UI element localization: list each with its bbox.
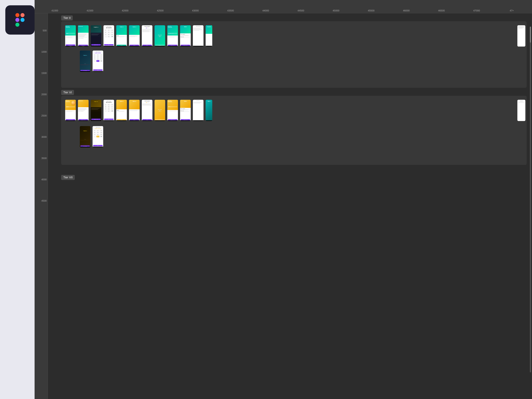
tier6-screen-1[interactable]: Kapta Tiers 10,234.22 TIER VI Upgrade to… <box>65 100 76 121</box>
tier6-screen-3[interactable]: TIER VI Upgrade to Tier VI <box>91 100 101 121</box>
tier6-screen-4[interactable]: Select Amount 20 KASTA 1 2 3 4 5 6 7 8 9… <box>103 100 114 121</box>
tier6-label: Tier VI <box>61 90 74 95</box>
tier2-screen-3[interactable]: TIER II Upgrade to Tier II <box>91 25 101 47</box>
ruler-mark-42500: 42500 <box>143 9 178 12</box>
ruler-mark-41500: 41500 <box>72 9 108 12</box>
ruler-mark-43500: 43500 <box>213 9 248 12</box>
tier6-screen-keypad8000[interactable]: Select Amount 8,000 KASTA 1 2 3 4 5 6 7 … <box>93 126 103 147</box>
figma-logo-area <box>5 5 35 35</box>
ruler-mark-47000: 47000 <box>459 9 494 12</box>
ruler-mark-v-2500: 2500 <box>41 114 47 117</box>
tier6-row2: TIER II Tier VI Go to Package Select Amo… <box>80 126 103 147</box>
ruler-mark-46000: 46000 <box>389 9 424 12</box>
ruler-mark-41000: 41000 <box>37 9 72 12</box>
ruler-mark-v-3500: 3500 <box>41 157 47 160</box>
tier2-screen-5[interactable]: TIER II Upgrade Upgrade <box>116 25 127 47</box>
svg-point-4 <box>20 18 25 22</box>
tier2-screen-2[interactable]: Requirements What is requirement? Upgrad… <box>78 25 89 47</box>
tier2-screen-12[interactable]: 9 KASTA <box>206 25 212 47</box>
canvas-content: Tier II Kapta Tiers 10,234.22 TIER I <box>48 13 532 399</box>
tier2-screen-4[interactable]: Select Amount 20 KASTA 1 2 3 4 5 6 7 8 9 <box>103 25 114 47</box>
ruler-mark-v-1000: 1000 <box>41 51 47 53</box>
tier6-screen-5[interactable]: TIER VI Upgrade Upgrade <box>116 100 127 121</box>
ruler-mark-45000: 45000 <box>318 9 354 12</box>
ruler-mark-47plus: 47+ <box>494 9 529 12</box>
tier2-label: Tier II <box>61 15 73 20</box>
tier6-screen-9[interactable]: Kapta Tiers 10,234.22 TIER VI Upgrade to… <box>167 100 178 121</box>
tier2-row2: TIER II Tier II Go to Package Select Amo… <box>80 51 103 72</box>
tier6-screen-2[interactable]: Requirements What is requirement? Upgrad… <box>78 100 89 121</box>
ruler-mark-46500: 46500 <box>424 9 459 12</box>
tier6-screen-11[interactable]: Select Amount <box>193 100 203 121</box>
svg-rect-2 <box>15 18 19 22</box>
tier2-screen-7[interactable]: Confirm upgrade <box>142 25 152 47</box>
tier2-screen-9[interactable]: Kapta Tiers 10,234.22 Tier Plan: Tier II… <box>167 25 178 47</box>
svg-rect-1 <box>20 13 25 17</box>
tier6-screen-dark[interactable]: TIER II Tier VI Go to Package <box>80 126 90 147</box>
tier6-row1: Kapta Tiers 10,234.22 TIER VI Upgrade to… <box>65 100 212 121</box>
ruler-mark-44500: 44500 <box>283 9 318 12</box>
tier6-screen-6[interactable]: TIER VI Upgrade <box>129 100 140 121</box>
ruler-mark-v-500: 500 <box>43 29 47 32</box>
figma-logo-icon <box>12 12 28 28</box>
vertical-scrollbar[interactable] <box>530 27 531 372</box>
ruler-mark-v-1500: 1500 <box>41 72 47 75</box>
ruler-mark-v-3000: 3000 <box>41 136 47 139</box>
tier2-screen-right-1[interactable] <box>517 25 525 47</box>
ruler-mark-44000: 44000 <box>248 9 283 12</box>
ruler-mark-43000: 43000 <box>178 9 213 12</box>
tier6-screen-12[interactable]: TIER II <box>206 100 212 121</box>
ruler-mark-v-2000: 2000 <box>41 93 47 96</box>
tier2-screen-11[interactable]: Select Amount <box>193 25 203 47</box>
tier2-screen-keypad8000[interactable]: Select Amount 8,000 KASTA 1 2 3 4 5 6 7 … <box>93 51 103 72</box>
tier6-frame: Tier VI Kapta Tiers 10,234.22 TIER VI <box>61 96 527 165</box>
tier2-screen-10[interactable]: TIER II What is upgrade? What is also...… <box>180 25 191 47</box>
tier6-screen-right-1[interactable]: 20 KASTA <box>517 100 525 121</box>
ruler-top: 41000 41500 42000 42500 43000 43500 4400… <box>35 0 532 13</box>
ruler-mark-45500: 45500 <box>354 9 389 12</box>
scrollbar-thumb[interactable] <box>530 27 531 43</box>
tier2-screen-6[interactable]: TIER II Upgrade <box>129 25 140 47</box>
ruler-left: 500 1000 1500 2000 2500 3000 3500 4000 4… <box>35 13 48 399</box>
svg-rect-3 <box>15 23 19 27</box>
tier7-label: Tier VII <box>61 175 75 180</box>
tier6-screen-10[interactable]: TIER II What is upgrade? What is also...… <box>180 100 191 121</box>
svg-rect-0 <box>15 13 19 17</box>
tier6-right-screens: 20 KASTA <box>517 100 525 121</box>
ruler-mark-v-4500: 4500 <box>41 200 47 202</box>
canvas-area[interactable]: 41000 41500 42000 42500 43000 43500 4400… <box>35 0 532 399</box>
tier6-screen-8[interactable]: WELCOMETOTIER VI Learn More <box>155 100 165 121</box>
tier2-screen-dark[interactable]: TIER II Tier II Go to Package <box>80 51 90 72</box>
tier2-screen-8[interactable]: WELCOMETOTIER II Learn More <box>155 25 165 47</box>
ruler-marks: 41000 41500 42000 42500 43000 43500 4400… <box>35 9 532 12</box>
tier2-right-screens <box>517 25 525 47</box>
tier2-frame: Tier II Kapta Tiers 10,234.22 TIER I <box>61 21 527 88</box>
tier6-screen-7[interactable]: Confirm upgrade Co <box>142 100 152 121</box>
ruler-mark-42000: 42000 <box>108 9 143 12</box>
ruler-mark-v-4000: 4000 <box>41 178 47 181</box>
tier2-row1: Kapta Tiers 10,234.22 TIER I Upgra <box>65 25 212 47</box>
tier2-screen-1[interactable]: Kapta Tiers 10,234.22 TIER I Upgra <box>65 25 76 47</box>
tier7-partial: Tier VII <box>61 175 75 180</box>
